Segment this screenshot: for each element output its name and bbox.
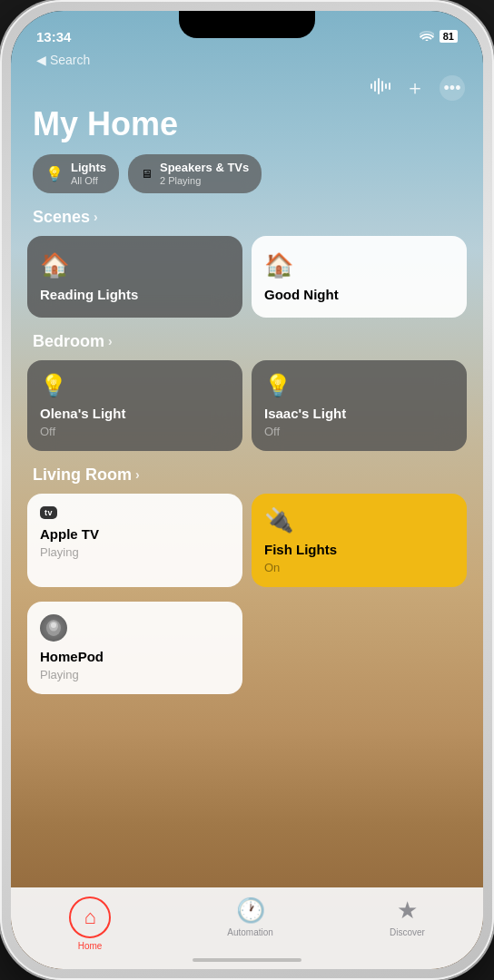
olenas-light-sub: Off — [40, 425, 230, 438]
fish-lights-sub: On — [264, 561, 454, 574]
lights-chip-text: Lights All Off — [71, 161, 106, 187]
apple-tv-card[interactable]: tv Apple TV Playing — [27, 494, 242, 587]
scenes-cards-row: 🏠 Reading Lights 🏠 Good Night — [11, 236, 483, 332]
speakers-chip-icon: 🖥 — [141, 167, 153, 181]
home-tab-icon: ⌂ — [84, 906, 95, 929]
olenas-light-card[interactable]: 💡 Olena's Light Off — [27, 360, 242, 451]
isaacs-light-title: Isaac's Light — [264, 406, 454, 421]
scenes-label: Scenes — [33, 208, 90, 227]
olenas-light-icon: 💡 — [40, 373, 67, 398]
wifi-icon — [420, 29, 434, 44]
add-icon[interactable]: ＋ — [405, 74, 425, 102]
automation-tab-icon: 🕐 — [236, 897, 265, 925]
lights-chip[interactable]: 💡 Lights All Off — [33, 154, 119, 193]
bedroom-label: Bedroom — [33, 332, 104, 351]
tab-home[interactable]: ⌂ Home — [69, 897, 111, 951]
svg-rect-4 — [385, 83, 387, 89]
homepod-title: HomePod — [40, 649, 230, 664]
svg-rect-2 — [378, 78, 380, 94]
status-time: 13:34 — [36, 29, 71, 44]
automation-tab-label: Automation — [227, 927, 273, 937]
svg-point-8 — [51, 622, 56, 628]
svg-rect-3 — [381, 81, 383, 92]
waveform-icon[interactable] — [370, 78, 390, 99]
more-icon[interactable]: ••• — [440, 75, 465, 101]
apple-tv-title: Apple TV — [40, 526, 230, 542]
battery-level: 81 — [440, 30, 458, 43]
good-night-title: Good Night — [264, 287, 454, 302]
lights-chip-icon: 💡 — [45, 165, 64, 182]
homepod-sub: Playing — [40, 668, 230, 681]
isaacs-light-sub: Off — [264, 425, 454, 438]
living-room-section-header[interactable]: Living Room › — [11, 466, 483, 494]
svg-rect-5 — [389, 83, 390, 90]
good-night-icon: 🏠 — [264, 251, 293, 279]
phone-screen: 13:34 81 — [11, 11, 483, 969]
svg-rect-1 — [374, 81, 376, 92]
back-label: ◀ Search — [36, 53, 90, 67]
bedroom-chevron: › — [108, 334, 113, 348]
lights-chip-sub: All Off — [71, 175, 106, 187]
fish-lights-card[interactable]: 🔌 Fish Lights On — [252, 494, 467, 587]
reading-lights-title: Reading Lights — [40, 287, 230, 302]
reading-lights-card[interactable]: 🏠 Reading Lights — [27, 236, 242, 318]
speakers-chip-sub: 2 Playing — [160, 175, 249, 187]
isaacs-light-card[interactable]: 💡 Isaac's Light Off — [252, 360, 467, 451]
page-title: My Home — [11, 102, 483, 154]
apple-tv-icon: tv — [40, 506, 57, 519]
apple-tv-sub: Playing — [40, 545, 230, 559]
speakers-chip-label: Speakers & TVs — [160, 161, 249, 175]
isaacs-light-icon: 💡 — [264, 373, 291, 398]
discover-tab-label: Discover — [390, 927, 425, 937]
top-action-bar: ＋ ••• — [11, 67, 483, 102]
reading-lights-icon: 🏠 — [40, 251, 69, 279]
speakers-chip-text: Speakers & TVs 2 Playing — [160, 161, 249, 187]
fish-lights-title: Fish Lights — [264, 542, 454, 557]
home-indicator — [193, 958, 301, 962]
bedroom-section-header[interactable]: Bedroom › — [11, 332, 483, 360]
living-room-label: Living Room — [33, 466, 132, 485]
living-room-chevron: › — [135, 467, 140, 482]
status-icons: 81 — [420, 29, 458, 44]
chips-row: 💡 Lights All Off 🖥 Speakers & TVs 2 Play… — [11, 154, 483, 208]
home-screen: 13:34 81 — [11, 11, 483, 969]
phone-frame: 13:34 81 — [0, 0, 494, 980]
tab-discover[interactable]: ★ Discover — [390, 897, 425, 937]
tab-bar: ⌂ Home 🕐 Automation ★ Discover — [11, 887, 483, 969]
search-back[interactable]: ◀ Search — [11, 51, 483, 67]
good-night-card[interactable]: 🏠 Good Night — [252, 236, 467, 318]
living-room-row2: HomePod Playing — [11, 602, 483, 709]
tab-automation[interactable]: 🕐 Automation — [227, 897, 273, 937]
speakers-chip[interactable]: 🖥 Speakers & TVs 2 Playing — [128, 154, 262, 193]
homepod-icon — [40, 614, 67, 642]
notch — [179, 11, 315, 38]
scenes-section-header[interactable]: Scenes › — [11, 208, 483, 236]
bedroom-cards-row: 💡 Olena's Light Off 💡 Isaac's Light Off — [11, 360, 483, 466]
home-tab-ring: ⌂ — [69, 897, 111, 938]
home-tab-label: Home — [78, 941, 103, 951]
battery-icon: 81 — [440, 30, 458, 43]
discover-tab-icon: ★ — [397, 897, 418, 925]
svg-rect-0 — [370, 83, 372, 89]
lights-chip-label: Lights — [71, 161, 106, 175]
olenas-light-title: Olena's Light — [40, 406, 230, 421]
fish-lights-icon: 🔌 — [264, 506, 293, 534]
scenes-chevron: › — [94, 210, 98, 224]
homepod-card[interactable]: HomePod Playing — [27, 602, 242, 694]
living-room-row1: tv Apple TV Playing 🔌 Fish Lights On — [11, 494, 483, 602]
